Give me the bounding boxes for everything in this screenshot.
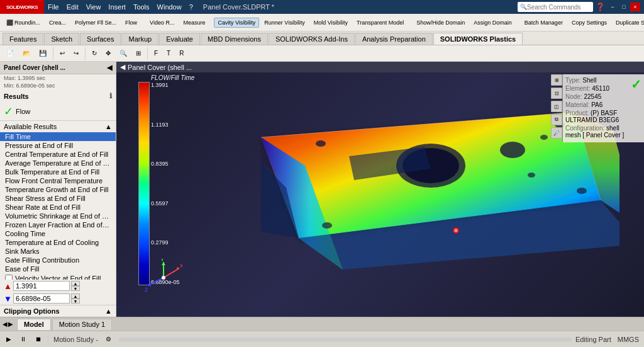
result-shear-rate[interactable]: Shear Rate at End of Fill	[0, 203, 116, 212]
velocity-checkbox[interactable]	[5, 275, 13, 280]
result-central-temp[interactable]: Central Temperature at End of Fill	[0, 150, 116, 159]
tab-evaluate[interactable]: Evaluate	[159, 33, 200, 45]
flow-button[interactable]: Flow	[121, 18, 141, 28]
zoom-button[interactable]: 🔍	[116, 48, 131, 59]
new-file-button[interactable]: 📄	[3, 48, 18, 59]
runner-visibility-button[interactable]: Runner Visibility	[260, 18, 308, 28]
menu-edit[interactable]: Edit	[63, 0, 82, 14]
duplicate-study-button[interactable]: Duplicate Study	[612, 18, 644, 28]
viewport[interactable]: ◀ Panel Cover (shell ... FLOW/Fill Time …	[116, 62, 644, 317]
result-shear-stress[interactable]: Shear Stress at End of Fill	[0, 194, 116, 203]
value2-input[interactable]	[13, 293, 70, 304]
value1-up[interactable]: ▲	[71, 281, 80, 286]
value2-up[interactable]: ▲	[71, 293, 80, 299]
save-button[interactable]: 💾	[35, 48, 50, 59]
roundin-button[interactable]: ⬛ Roundin...	[3, 18, 44, 28]
tab-surfaces[interactable]: Surfaces	[80, 33, 121, 45]
prev-tab-icon[interactable]: ◀	[3, 321, 8, 327]
tab-mbd[interactable]: MBD Dimensions	[201, 33, 268, 45]
menu-view[interactable]: View	[82, 0, 105, 14]
menu-insert[interactable]: Insert	[104, 0, 130, 14]
pan-button[interactable]: ✥	[102, 48, 114, 59]
next-tab-icon[interactable]: ▶	[8, 321, 13, 327]
rotate-button[interactable]: ↻	[88, 48, 101, 59]
menu-window[interactable]: Window	[153, 0, 186, 14]
tab-features[interactable]: Features	[3, 33, 43, 45]
video-button[interactable]: Video R...	[146, 18, 178, 28]
product-label: Product:	[565, 110, 589, 117]
assign-domain-button[interactable]: Assign Domain	[470, 18, 516, 28]
menu-help[interactable]: ?	[186, 0, 197, 14]
view-front-button[interactable]: F	[150, 48, 162, 59]
result-cooling-time[interactable]: Cooling Time	[0, 229, 116, 238]
vp-btn-3[interactable]: ◫	[551, 101, 562, 112]
bt-btn-3[interactable]: ⏹	[31, 334, 45, 344]
value1-input[interactable]	[13, 281, 70, 291]
search-icon: 🔍	[520, 4, 527, 10]
bt-sep1	[48, 333, 48, 346]
result-vol-shrinkage[interactable]: Volumetric Shrinkage at End of Fill	[0, 212, 116, 220]
show-hide-button[interactable]: Show/Hide Domain	[413, 18, 469, 28]
zoom-fit-button[interactable]: ⊞	[132, 48, 145, 59]
tab-analysis[interactable]: Analysis Preparation	[355, 33, 433, 45]
vp-back-icon[interactable]: ◀	[120, 63, 125, 71]
vp-btn-4[interactable]: ⧉	[551, 114, 562, 125]
result-avg-temp[interactable]: Average Temperature at End of Fill	[0, 159, 116, 168]
bt-settings-btn[interactable]: ⚙	[102, 334, 115, 344]
result-bulk-temp[interactable]: Bulk Temperature at End of Fill	[0, 168, 116, 176]
close-button[interactable]: ×	[630, 3, 640, 11]
results-info-icon[interactable]: ℹ	[109, 92, 112, 100]
search-input[interactable]	[527, 4, 584, 11]
result-temp-cooling[interactable]: Temperature at End of Cooling	[0, 238, 116, 247]
menu-tools[interactable]: Tools	[130, 0, 153, 14]
view-top-button[interactable]: T	[163, 48, 174, 59]
tb2-sep3	[147, 47, 148, 60]
restore-button[interactable]: □	[619, 3, 629, 11]
vp-btn-1[interactable]: ⊞	[551, 74, 562, 86]
bottom-tab-model[interactable]: Model	[17, 319, 51, 330]
result-frozen-layer[interactable]: Frozen Layer Fraction at End of Fill	[0, 220, 116, 229]
redo-button[interactable]: ↪	[70, 48, 82, 59]
help-icon[interactable]: ❓	[596, 3, 605, 11]
timeline-bar[interactable]	[119, 338, 572, 341]
mold-visibility-button[interactable]: Mold Visibility	[310, 18, 352, 28]
vp-btn-5[interactable]: 🔎	[551, 127, 562, 139]
minimize-button[interactable]: −	[608, 3, 618, 11]
bt-btn-1[interactable]: ▶	[3, 334, 15, 344]
bottom-tab-motion[interactable]: Motion Study 1	[52, 319, 112, 330]
result-pressure[interactable]: Pressure at End of Fill	[0, 141, 116, 150]
undo-button[interactable]: ↩	[56, 48, 69, 59]
result-sink-marks[interactable]: Sink Marks	[0, 247, 116, 256]
measure-button[interactable]: Measure	[179, 18, 209, 28]
view-right-button[interactable]: R	[175, 48, 187, 59]
viewport-header: ◀ Panel Cover (shell ...	[116, 62, 644, 72]
result-flow-front[interactable]: Flow Front Central Temperature	[0, 176, 116, 185]
result-fill-time[interactable]: Fill Time	[0, 132, 116, 141]
tab-plastics[interactable]: SOLIDWORKS Plastics	[433, 33, 523, 45]
value1-down[interactable]: ▼	[71, 286, 80, 291]
result-gate-fill[interactable]: Gate Filling Contribution	[0, 256, 116, 265]
max-label: Max: 1.3995 sec	[0, 74, 116, 82]
polymer-button[interactable]: Polymer Fll Se...	[71, 18, 120, 28]
collapse-icon[interactable]: ▲	[105, 123, 112, 130]
tab-markup[interactable]: Markup	[121, 33, 158, 45]
value2-down[interactable]: ▼	[71, 299, 80, 304]
batch-manager-button[interactable]: Batch Manager	[521, 18, 567, 28]
clipping-title: Clipping Options	[4, 307, 60, 315]
tab-sketch[interactable]: Sketch	[44, 33, 79, 45]
copy-settings-button[interactable]: Copy Settings	[568, 18, 611, 28]
tab-addins[interactable]: SOLIDWORKS Add-Ins	[269, 33, 355, 45]
menu-file[interactable]: File	[44, 0, 63, 14]
cb-label-1: 1.1193	[151, 122, 180, 128]
cavity-visibility-button[interactable]: Cavity Visibility	[214, 18, 259, 28]
panel-back-icon[interactable]: ◀	[107, 64, 112, 72]
open-button[interactable]: 📂	[19, 48, 34, 59]
clipping-collapse[interactable]: ▲	[105, 307, 112, 315]
create-button[interactable]: Crea...	[45, 18, 70, 28]
result-temp-growth[interactable]: Temperature Growth at End of Fill	[0, 185, 116, 194]
vp-btn-2[interactable]: ⊡	[551, 88, 562, 99]
result-ease-fill[interactable]: Ease of Fill	[0, 265, 116, 273]
transparent-model-button[interactable]: Transparent Model	[353, 18, 408, 28]
results-section: Results ℹ	[0, 89, 116, 103]
bt-btn-2[interactable]: ⏸	[16, 334, 30, 344]
